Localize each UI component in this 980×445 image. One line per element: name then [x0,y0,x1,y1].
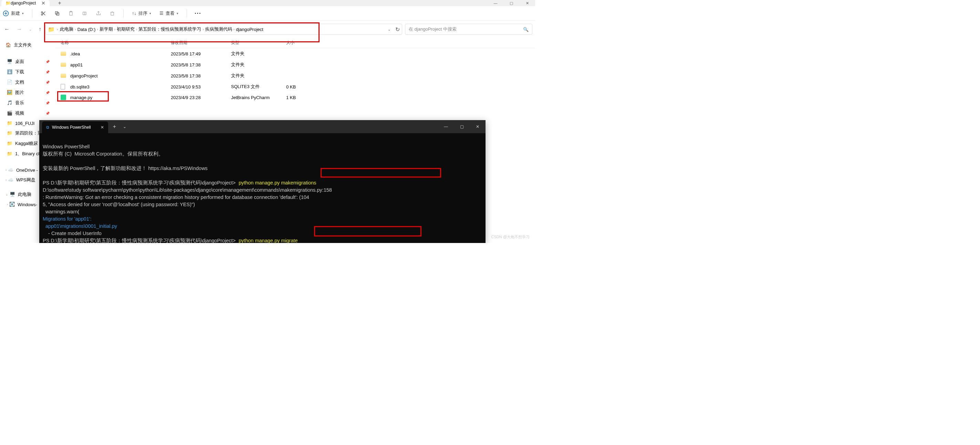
close-button[interactable]: ✕ [519,0,535,6]
pictures-icon: 🖼️ [7,90,13,95]
maximize-button[interactable]: ▢ [454,120,470,133]
sidebar-documents[interactable]: 📄文档📌 [0,77,55,87]
col-type[interactable]: 类型 [231,40,286,46]
terminal-tab[interactable]: ⧉ Windows PowerShell ✕ [42,121,108,133]
explorer-tab[interactable]: 📁 djangoProject ✕ [2,0,49,6]
rename-icon[interactable] [82,11,88,16]
folder-icon: 📁 [7,130,13,136]
file-date: 2023/5/8 17:38 [171,73,231,78]
sort-icon: ↑↓ [132,11,136,16]
cut-icon[interactable] [41,11,46,16]
breadcrumb-item[interactable]: 新学期 [100,26,113,32]
video-icon: 🎬 [7,110,13,116]
chevron-down-icon: ▾ [22,12,24,15]
window-controls: — ▢ ✕ [488,0,535,6]
minimize-button[interactable]: — [438,120,454,133]
file-name: app01 [70,62,171,67]
col-size[interactable]: 大小 [286,40,314,46]
file-row[interactable]: .idea2023/5/8 17:49文件夹 [55,48,535,59]
split-chevron[interactable]: ⌄ [121,124,129,129]
maximize-button[interactable]: ▢ [503,0,519,6]
file-type: 文件夹 [231,62,286,68]
file-row[interactable]: djangoProject2023/5/8 17:38文件夹 [55,70,535,81]
breadcrumb-item[interactable]: 疾病预测代码 [205,26,232,32]
terminal-body[interactable]: Windows PowerShell 版权所有 (C) Microsoft Co… [39,133,485,243]
up-button[interactable]: ↑ [38,26,41,32]
explorer-tab-bar: 📁 djangoProject ✕ + [0,0,535,6]
terminal-window: ⧉ Windows PowerShell ✕ + ⌄ — ▢ ✕ Windows… [39,120,485,243]
file-row[interactable]: app012023/5/8 17:38文件夹 [55,59,535,70]
file-name: .idea [70,51,171,56]
address-bar[interactable]: 📁 › 此电脑› Data (D:)› 新学期› 初期研究› 第五阶段：慢性病预… [45,24,402,35]
music-icon: 🎵 [7,100,13,106]
sidebar-music[interactable]: 🎵音乐📌 [0,98,55,108]
breadcrumb-item[interactable]: Data (D:) [78,27,96,32]
col-name[interactable]: 名称 [60,40,171,46]
chevron-right-icon: › [57,27,58,31]
col-date[interactable]: 修改日期 [171,40,231,46]
pycharm-icon [60,95,67,100]
terminal-titlebar[interactable]: ⧉ Windows PowerShell ✕ + ⌄ — ▢ ✕ [39,120,485,133]
drive-icon: 💽 [9,202,15,207]
file-date: 2023/5/8 17:49 [171,51,231,56]
sidebar-videos[interactable]: 🎬视频📌 [0,108,55,118]
file-date: 2023/4/10 9:53 [171,84,231,89]
sidebar-home[interactable]: 🏠主文件夹 [0,40,55,50]
file-type: JetBrains PyCharm [231,95,286,100]
folder-icon: 📁 [7,141,13,146]
document-icon: 📄 [7,79,13,85]
sidebar-pictures[interactable]: 🖼️图片📌 [0,87,55,98]
file-size: 0 KB [286,84,314,89]
cloud-icon: ☁️ [8,167,13,173]
file-row[interactable]: db.sqlite32023/4/10 9:53SQLITE3 文件0 KB [55,81,535,92]
recent-chevron[interactable]: ⌄ [29,27,32,31]
folder-icon [60,73,67,78]
file-type: 文件夹 [231,73,286,79]
chevron-down-icon[interactable]: ⌄ [388,27,390,31]
breadcrumb: 此电脑› Data (D:)› 新学期› 初期研究› 第五阶段：慢性病预测系统学… [60,26,263,32]
pc-icon: 🖥️ [10,192,15,197]
new-button[interactable]: 新建 ▾ [3,10,24,16]
breadcrumb-item[interactable]: djangoProject [236,27,263,32]
file-date: 2023/5/8 17:38 [171,62,231,67]
view-icon: ☰ [159,11,164,16]
sidebar-desktop[interactable]: 🖥️桌面📌 [0,56,55,67]
highlight-box [314,226,422,237]
file-type: 文件夹 [231,51,286,57]
new-tab-button[interactable]: + [108,124,121,130]
nav-arrows: ← → ⌄ ↑ [3,26,43,32]
close-button[interactable]: ✕ [470,120,485,133]
home-icon: 🏠 [5,42,11,48]
forward-button[interactable]: → [16,26,22,32]
file-name: djangoProject [70,73,171,78]
file-size: 1 KB [286,95,314,100]
share-icon[interactable] [96,11,101,16]
file-type: SQLITE3 文件 [231,84,286,90]
minimize-button[interactable]: — [488,0,503,6]
highlight-box [321,168,441,178]
breadcrumb-item[interactable]: 第五阶段：慢性病预测系统学习 [138,26,201,32]
folder-icon: 📁 [5,1,11,5]
folder-icon: 📁 [48,26,55,33]
tab-close-icon[interactable]: ✕ [41,0,45,6]
file-date: 2023/4/9 23:28 [171,95,231,100]
close-icon[interactable]: ✕ [100,125,104,130]
back-button[interactable]: ← [4,26,10,32]
view-button[interactable]: ☰ 查看 ▾ [159,10,178,16]
new-tab-button[interactable]: + [58,0,61,6]
paste-icon[interactable] [68,11,74,16]
sort-button[interactable]: ↑↓ 排序 ▾ [132,10,151,16]
more-icon[interactable]: ··· [195,11,201,16]
delete-icon[interactable] [110,11,115,16]
pin-icon: 📌 [45,60,49,64]
refresh-icon[interactable]: ↻ [395,26,400,33]
breadcrumb-item[interactable]: 初期研究 [117,26,135,32]
file-row[interactable]: manage.py2023/4/9 23:28JetBrains PyCharm… [55,92,535,103]
toolbar: 新建 ▾ ↑↓ 排序 ▾ ☰ 查看 ▾ ··· [0,6,535,21]
watermark: CSDN @大炮不想学习 [492,234,530,240]
copy-icon[interactable] [54,11,60,16]
sidebar-downloads[interactable]: ⬇️下载📌 [0,67,55,77]
search-input[interactable]: 在 djangoProject 中搜索 🔍 [405,24,532,35]
download-icon: ⬇️ [7,69,13,75]
breadcrumb-item[interactable]: 此电脑 [60,26,73,32]
